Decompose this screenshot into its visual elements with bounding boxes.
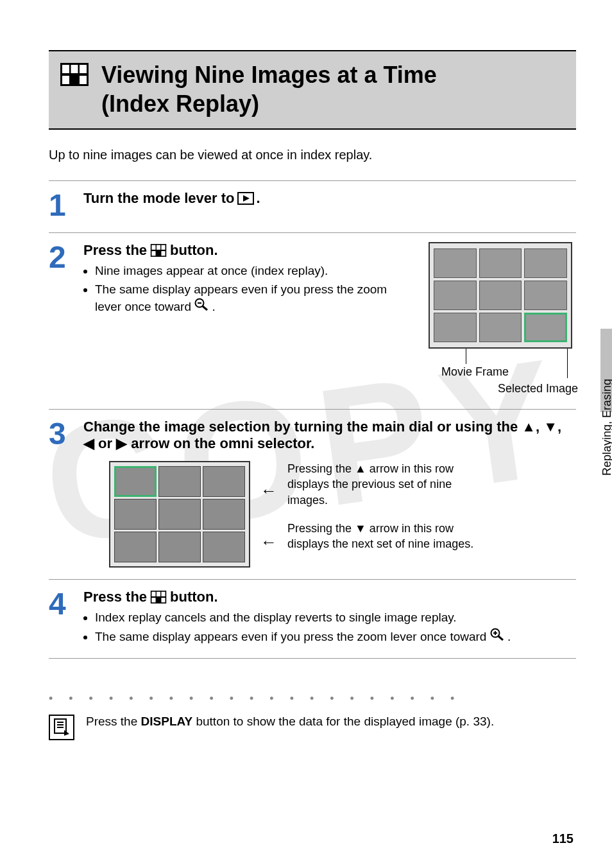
steps-list: 1 Turn the mode lever to . 2 — [49, 180, 576, 659]
step-2: 2 Press the — [49, 233, 576, 410]
svg-rect-4 — [62, 76, 69, 84]
svg-rect-10 — [152, 245, 156, 250]
step-2-head-post: button. — [170, 242, 218, 259]
step-number: 2 — [49, 242, 76, 397]
step-3-screenshot — [109, 461, 250, 568]
step-1-head-post: . — [257, 190, 260, 207]
step-1-heading: Turn the mode lever to . — [83, 190, 576, 207]
caption-selected-image: Selected Image — [498, 382, 578, 395]
section-tab: Replaying, Erasing — [589, 334, 612, 514]
svg-rect-3 — [80, 65, 87, 73]
step-2-bullet-1: Nine images appear at once (index replay… — [95, 263, 413, 280]
svg-line-18 — [203, 306, 207, 310]
step-1: 1 Turn the mode lever to . — [49, 181, 576, 233]
footer-note-pre: Press the — [86, 715, 141, 728]
selected-frame-thumb — [524, 313, 567, 342]
svg-rect-21 — [157, 592, 160, 596]
step-number: 1 — [49, 190, 76, 221]
svg-rect-25 — [162, 598, 166, 602]
step-3-note-down: Pressing the ▼ arrow in this row display… — [287, 521, 480, 552]
step-2-bullet-2: The same display appears even if you pre… — [95, 281, 413, 316]
section-tab-label: Replaying, Erasing — [600, 379, 612, 476]
step-2-bullet-2-post: . — [212, 300, 216, 313]
step-4-bullet-2-post: . — [507, 630, 511, 643]
step-3-note-up: Pressing the ▲ arrow in this row display… — [287, 461, 480, 508]
step-3-heading: Change the image selection by turning th… — [83, 419, 576, 452]
footer-note-text: Press the DISPLAY button to show the dat… — [86, 715, 494, 729]
svg-rect-14 — [157, 251, 160, 256]
svg-rect-20 — [152, 592, 156, 596]
svg-rect-5 — [71, 76, 78, 84]
step-4-bullet-1: Index replay cancels and the display rev… — [95, 609, 576, 627]
page-number: 115 — [552, 831, 574, 846]
svg-rect-11 — [157, 245, 160, 250]
step-4-head-pre: Press the — [83, 589, 147, 605]
step-number: 4 — [49, 589, 76, 647]
svg-rect-24 — [157, 598, 160, 602]
caption-movie-frame: Movie Frame — [441, 365, 509, 379]
svg-line-29 — [498, 636, 503, 640]
separator-dots: • • • • • • • • • • • • • • • • • • • • … — [49, 692, 576, 706]
index-button-icon — [149, 244, 167, 257]
svg-rect-15 — [162, 251, 166, 256]
step-2-bullet-2-pre: The same display appears even if you pre… — [95, 282, 387, 314]
zoom-out-icon — [194, 298, 208, 311]
step-4-head-post: button. — [170, 589, 218, 605]
step-2-heading: Press the butto — [83, 242, 413, 259]
svg-rect-12 — [162, 245, 166, 250]
step-4-bullet-2-pre: The same display appears even if you pre… — [95, 630, 490, 643]
svg-rect-22 — [162, 592, 166, 596]
footer-note: Press the DISPLAY button to show the dat… — [49, 715, 576, 740]
svg-marker-8 — [243, 195, 250, 202]
page-title-line1: Viewing Nine Images at a Time — [101, 60, 437, 89]
index-grid-icon — [60, 63, 89, 86]
footer-note-bold: DISPLAY — [141, 715, 193, 728]
note-document-icon — [49, 715, 74, 740]
zoom-in-icon — [490, 628, 504, 641]
movie-frame-thumb — [434, 313, 477, 342]
step-4-bullet-2: The same display appears even if you pre… — [95, 628, 576, 646]
page-title-banner: Viewing Nine Images at a Time (Index Rep… — [49, 50, 576, 130]
step-2-screenshot: Movie Frame Selected Image — [429, 242, 576, 397]
step-2-head-pre: Press the — [83, 242, 147, 259]
step-number: 3 — [49, 419, 76, 568]
svg-rect-6 — [80, 76, 87, 84]
step-4-heading: Press the button. — [83, 589, 576, 605]
step-4: 4 Press the button. — [49, 580, 576, 659]
page-title-line2: (Index Replay) — [101, 89, 437, 118]
playback-mode-icon — [237, 192, 254, 205]
index-button-icon — [149, 591, 167, 603]
step-3: 3 Change the image selection by turning … — [49, 410, 576, 580]
svg-rect-23 — [152, 598, 156, 602]
svg-rect-1 — [62, 65, 69, 73]
intro-text: Up to nine images can be viewed at once … — [49, 148, 576, 162]
svg-rect-2 — [71, 65, 78, 73]
footer-note-post: button to show the data for the displaye… — [192, 715, 494, 728]
step-3-arrow-indicators: ← ← — [260, 461, 277, 568]
step-1-head-pre: Turn the mode lever to — [83, 190, 235, 207]
svg-rect-13 — [152, 251, 156, 256]
